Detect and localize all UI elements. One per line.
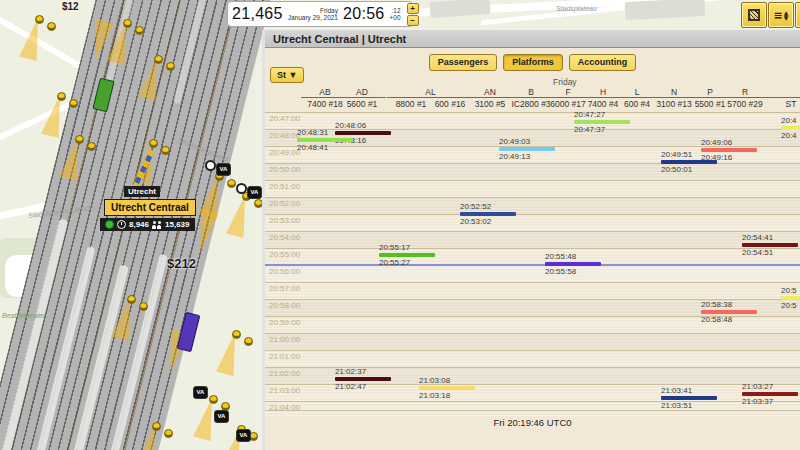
schedule-event[interactable]: 20:49:5120:50:01 xyxy=(661,150,719,174)
time-axis-label: 20:54:00 xyxy=(269,233,300,242)
arrival-time-label: 20:48:31 xyxy=(297,128,355,137)
clock-money-panel: 21,465 Friday January 29, 2021 20:56 :12… xyxy=(227,1,413,27)
grid-line xyxy=(265,333,800,334)
grid-line xyxy=(265,248,800,249)
departure-time-label: 20:53:02 xyxy=(460,217,518,226)
street-label: Beatrixtheater xyxy=(2,312,46,319)
passenger-marker-icon xyxy=(232,330,241,339)
station-tooltip[interactable]: Utrecht Centraal xyxy=(104,199,196,216)
grid-band xyxy=(265,265,800,282)
arrival-time-label: 20:58:38 xyxy=(701,300,759,309)
stop-duration-bar xyxy=(419,386,475,390)
passenger-marker-icon xyxy=(244,337,253,346)
status-bar: Fri 20:19:46 UTC0 xyxy=(265,417,800,428)
schedule-event[interactable]: 20:55:1720:55:27 xyxy=(379,243,437,267)
track-badge: VA xyxy=(214,410,229,423)
track-badge: VA xyxy=(193,386,208,399)
schedule-event[interactable]: 20:54:4120:54:51 xyxy=(742,233,800,257)
partial-button[interactable] xyxy=(795,2,800,28)
arrival-time-label: 20:52:52 xyxy=(460,202,518,211)
time-axis-label: 21:01:00 xyxy=(269,352,300,361)
capacity-count: 15,639 xyxy=(165,220,189,229)
stop-duration-bar xyxy=(499,147,555,151)
platform-header[interactable]: AD xyxy=(332,87,392,97)
map-overlays-button[interactable] xyxy=(741,2,767,28)
stop-duration-bar xyxy=(335,377,391,381)
game-screen: VAVAVAVAVA $12 $212 Stadskantoor Utrecht… xyxy=(0,0,800,450)
train-header[interactable]: ST xyxy=(757,99,800,109)
time-axis-label: 20:55:00 xyxy=(269,250,300,259)
departure-time-label: 21:02:47 xyxy=(335,382,393,391)
schedule-event[interactable]: 20:58:3820:58:48 xyxy=(701,300,759,324)
stop-duration-bar xyxy=(661,396,717,400)
platform-schedule-grid: 20:47:0020:48:0020:49:0020:50:0020:51:00… xyxy=(265,30,800,450)
city-tooltip: Utrecht xyxy=(124,186,160,197)
arrival-time-label: 21:03:08 xyxy=(419,376,477,385)
passenger-marker-icon xyxy=(164,429,173,438)
money-icon xyxy=(105,220,114,229)
passenger-marker-icon xyxy=(87,142,96,151)
waiting-count: 8,946 xyxy=(129,220,149,229)
passenger-marker-icon xyxy=(227,179,236,188)
passenger-marker-icon xyxy=(75,135,84,144)
stop-duration-bar xyxy=(742,392,798,396)
schedule-event[interactable]: 21:02:3721:02:47 xyxy=(335,367,393,391)
schedule-event[interactable]: 20:55:4820:55:58 xyxy=(545,252,603,276)
platform-underline xyxy=(387,97,474,98)
passenger-marker-icon xyxy=(161,146,170,155)
time-axis-label: 20:53:00 xyxy=(269,216,300,225)
passenger-marker-icon xyxy=(57,92,66,101)
schedule-event[interactable]: 20:52:5220:53:02 xyxy=(460,202,518,226)
departure-time-label: 20:5 xyxy=(781,301,800,310)
departure-time-label: 21:03:37 xyxy=(742,397,800,406)
time-axis-label: 20:58:00 xyxy=(269,301,300,310)
passenger-marker-icon xyxy=(127,295,136,304)
track-badge: VA xyxy=(236,429,251,442)
schedule-event[interactable]: 20:47:2720:47:37 xyxy=(574,110,632,134)
schedule-event[interactable]: 21:03:2721:03:37 xyxy=(742,382,800,406)
passenger-marker-icon xyxy=(209,395,218,404)
schedule-event[interactable]: 21:03:4121:03:51 xyxy=(661,386,719,410)
schedule-event[interactable]: 20:420:4 xyxy=(781,116,800,140)
people-icon xyxy=(152,221,162,229)
station-stats-tooltip: 8,946 15,639 xyxy=(100,218,195,231)
arrival-time-label: 20:47:27 xyxy=(574,110,632,119)
train-list-button[interactable]: ≡▲▼ xyxy=(768,2,794,28)
passenger-marker-icon xyxy=(135,26,144,35)
passenger-marker-icon xyxy=(149,139,158,148)
time-axis-label: 20:48:00 xyxy=(269,131,300,140)
time-axis-label: 20:47:00 xyxy=(269,114,300,123)
arrival-time-label: 20:5 xyxy=(781,286,800,295)
time-axis-label: 20:52:00 xyxy=(269,199,300,208)
departure-time-label: 20:58:48 xyxy=(701,315,759,324)
schedule-event[interactable]: 20:49:0320:49:13 xyxy=(499,137,557,161)
stop-duration-bar xyxy=(781,296,800,300)
stop-duration-bar xyxy=(545,262,601,266)
stop-duration-bar xyxy=(379,253,435,257)
departure-time-label: 20:48:41 xyxy=(297,143,355,152)
speed-down-button[interactable]: − xyxy=(407,15,419,26)
building xyxy=(625,0,706,20)
date-display: January 29, 2021 xyxy=(288,14,338,21)
stop-duration-bar xyxy=(781,126,800,130)
arrival-time-label: 21:03:27 xyxy=(742,382,800,391)
speed-up-button[interactable]: + xyxy=(407,3,419,14)
schedule-event[interactable]: 20:520:5 xyxy=(781,286,800,310)
clock-icon xyxy=(117,220,126,229)
schedule-event[interactable]: 21:03:0821:03:18 xyxy=(419,376,477,400)
arrival-time-label: 20:4 xyxy=(781,116,800,125)
grid-icon xyxy=(748,9,760,21)
grid-band xyxy=(265,231,800,248)
passenger-marker-icon xyxy=(166,62,175,71)
price-label: $12 xyxy=(62,1,79,12)
platform-header[interactable]: AL xyxy=(401,87,461,97)
passenger-marker-icon xyxy=(69,99,78,108)
departure-time-label: 21:03:51 xyxy=(661,401,719,410)
time-axis-label: 20:49:00 xyxy=(269,148,300,157)
time-axis-label: 20:59:00 xyxy=(269,318,300,327)
schedule-event[interactable]: 20:48:3120:48:41 xyxy=(297,128,355,152)
platform-header[interactable]: R xyxy=(715,87,775,97)
departure-time-label: 20:50:01 xyxy=(661,165,719,174)
departure-time-label: 20:4 xyxy=(781,131,800,140)
status-separator xyxy=(265,410,800,411)
